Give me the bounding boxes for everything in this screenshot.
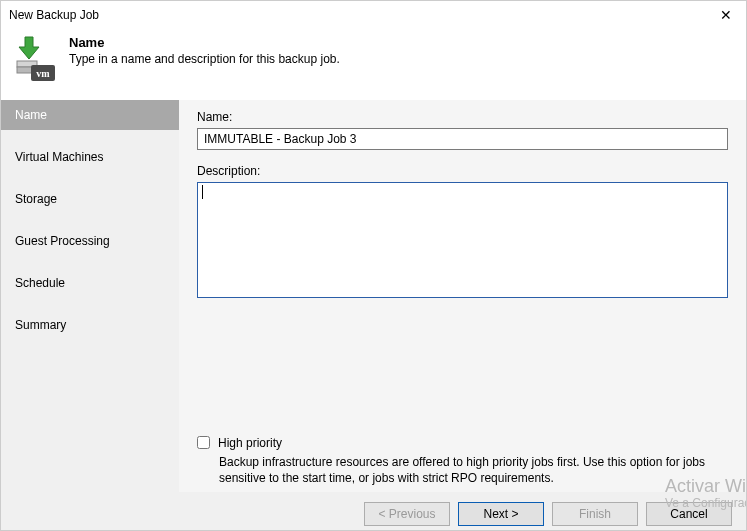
description-label: Description: [197,164,728,178]
sidebar-step-storage[interactable]: Storage [1,184,179,214]
description-input[interactable] [197,182,728,298]
vm-backup-icon: vm [15,35,57,86]
sidebar-step-summary[interactable]: Summary [1,310,179,340]
next-button[interactable]: Next > [458,502,544,526]
name-label: Name: [197,110,728,124]
sidebar-step-guest-processing[interactable]: Guest Processing [1,226,179,256]
header-subtitle: Type in a name and description for this … [69,52,340,66]
high-priority-label: High priority [218,436,282,450]
wizard-steps: NameVirtual MachinesStorageGuest Process… [1,100,179,492]
sidebar-step-name[interactable]: Name [1,100,179,130]
svg-text:vm: vm [36,68,50,79]
window-title: New Backup Job [9,8,99,22]
cancel-button[interactable]: Cancel [646,502,732,526]
wizard-page: Name: Description: High priority Backup … [179,100,746,492]
sidebar-step-virtual-machines[interactable]: Virtual Machines [1,142,179,172]
close-icon[interactable]: ✕ [716,7,736,23]
wizard-header: vm Name Type in a name and description f… [1,25,746,100]
high-priority-checkbox[interactable] [197,436,210,449]
header-title: Name [69,35,340,50]
sidebar-step-schedule[interactable]: Schedule [1,268,179,298]
wizard-footer: < Previous Next > Finish Cancel [1,492,746,531]
name-input[interactable] [197,128,728,150]
finish-button: Finish [552,502,638,526]
high-priority-hint: Backup infrastructure resources are offe… [197,454,728,486]
previous-button: < Previous [364,502,450,526]
